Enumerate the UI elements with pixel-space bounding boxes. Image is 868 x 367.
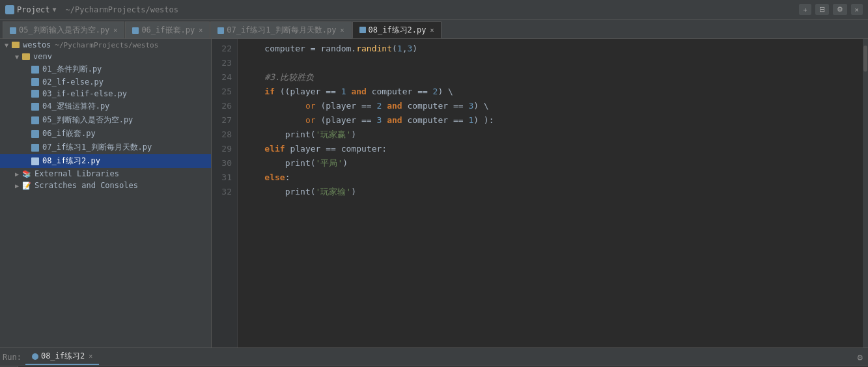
file7-icon [31, 144, 39, 152]
project-icon [5, 5, 14, 14]
tab-3[interactable]: 08_if练习2.py × [352, 21, 441, 38]
run-tab-label: 08_if练习2 [41, 351, 85, 362]
file6-icon [31, 130, 39, 138]
sidebar-item-file5[interactable]: 05_判断输入是否为空.py [0, 113, 211, 127]
file1-icon [31, 66, 39, 74]
bottom-panel: Run: 08_if练习2 × ⚙ ▶ ■ ▲ ▼ 📌 ↵ 🗑 /home/ki… [0, 347, 868, 367]
run-tab-icon [32, 353, 38, 360]
code-content[interactable]: computer = random.randint(1,3) #3.比较胜负 i… [238, 39, 868, 347]
tab-label-1: 06_if嵌套.py [141, 25, 195, 36]
scratches-icon: 📝 [22, 182, 31, 190]
file8-label: 08_if练习2.py [42, 156, 100, 167]
run-tabs: Run: 08_if练习2 × ⚙ [0, 348, 868, 366]
scratches-label: Scratches and Consoles [35, 181, 138, 190]
file5-icon [31, 116, 39, 124]
tab-close-0[interactable]: × [113, 27, 117, 34]
tab-2[interactable]: 07_if练习1_判断每月天数.py × [210, 21, 351, 38]
gear-btn[interactable]: ⚙ [833, 4, 847, 15]
title-bar: Project ▼ ~/PycharmProjects/westos + ⊟ ⚙… [0, 0, 868, 20]
code-line-30: print('平局') [244, 156, 861, 170]
sidebar-item-file7[interactable]: 07_if练习1_判断每月天数.py [0, 141, 211, 154]
title-bar-left: Project ▼ ~/PycharmProjects/westos [5, 5, 178, 14]
venv-folder-icon [22, 53, 30, 60]
code-line-24: #3.比较胜负 [244, 70, 861, 85]
code-line-26: or (player == 2 and computer == 3) \ [244, 99, 861, 113]
main-layout: ▼ westos ~/PycharmProjects/westos ▼ venv… [0, 39, 868, 347]
file6-label: 06_if嵌套.py [42, 128, 96, 139]
file8-icon [31, 157, 39, 165]
tab-close-2[interactable]: × [340, 27, 344, 34]
root-arrow: ▼ [3, 42, 10, 49]
code-line-32: print('玩家输') [244, 185, 861, 199]
venv-label: venv [33, 52, 52, 61]
code-line-27: or (player == 3 and computer == 1) ): [244, 113, 861, 128]
run-label: Run: [3, 353, 21, 362]
sidebar-item-venv[interactable]: ▼ venv [0, 51, 211, 62]
title-bar-actions: + ⊟ ⚙ × [799, 4, 863, 15]
tab-icon-2 [217, 27, 224, 34]
run-tab-close[interactable]: × [89, 353, 92, 360]
code-line-23 [244, 56, 861, 70]
line-numbers: 22 23 24 25 26 27 28 29 30 31 32 [212, 39, 238, 347]
tab-label-3: 08_if练习2.py [369, 25, 427, 36]
code-line-28: print('玩家赢') [244, 128, 861, 142]
split-btn[interactable]: ⊟ [815, 4, 829, 15]
project-path: ~/PycharmProjects/westos [66, 5, 178, 14]
editor-scrollbar-thumb [863, 46, 867, 72]
sidebar-item-file6[interactable]: 06_if嵌套.py [0, 127, 211, 141]
sidebar-item-file4[interactable]: 04_逻辑运算符.py [0, 100, 211, 113]
file4-label: 04_逻辑运算符.py [42, 101, 109, 112]
close-btn[interactable]: × [851, 4, 863, 15]
extlib-label: External Libraries [35, 169, 119, 178]
code-line-29: elif player == computer: [244, 142, 861, 156]
venv-arrow: ▼ [13, 53, 21, 61]
file1-label: 01_条件判断.py [42, 64, 102, 75]
sidebar-item-extlib[interactable]: ▶ 📚 External Libraries [0, 168, 211, 180]
add-btn[interactable]: + [799, 4, 811, 15]
sidebar-item-file8[interactable]: 08_if练习2.py [0, 154, 211, 168]
scratches-arrow: ▶ [13, 182, 21, 189]
file2-icon [31, 78, 39, 86]
tab-close-3[interactable]: × [430, 27, 434, 34]
file3-icon [31, 90, 39, 98]
sidebar-item-file3[interactable]: 03_if-elif-else.py [0, 88, 211, 100]
run-tab-active[interactable]: 08_if练习2 × [25, 349, 99, 365]
code-line-22: computer = random.randint(1,3) [244, 42, 861, 56]
code-line-25: if ((player == 1 and computer == 2) \ [244, 85, 861, 99]
code-line-31: else: [244, 170, 861, 185]
tab-close-1[interactable]: × [199, 27, 203, 34]
root-path: ~/PycharmProjects/westos [55, 41, 158, 49]
tab-icon-3 [359, 27, 366, 33]
editor-scrollbar[interactable] [863, 39, 868, 347]
editor-area: 22 23 24 25 26 27 28 29 30 31 32 compute… [212, 39, 868, 347]
sidebar-item-file1[interactable]: 01_条件判断.py [0, 62, 211, 76]
tab-icon-1 [132, 27, 139, 34]
sidebar: ▼ westos ~/PycharmProjects/westos ▼ venv… [0, 39, 212, 347]
project-label: Project [17, 5, 50, 14]
sidebar-item-file2[interactable]: 02_lf-else.py [0, 76, 211, 88]
tab-label-0: 05_判断输入是否为空.py [19, 25, 109, 36]
file4-icon [31, 103, 39, 111]
run-gear-icon[interactable]: ⚙ [858, 352, 863, 362]
sidebar-item-scratches[interactable]: ▶ 📝 Scratches and Consoles [0, 180, 211, 191]
extlib-icon: 📚 [22, 170, 31, 178]
tab-icon-0 [10, 27, 16, 34]
tab-0[interactable]: 05_判断输入是否为空.py × [3, 21, 124, 38]
extlib-arrow: ▶ [13, 170, 21, 178]
root-folder-icon [12, 42, 20, 48]
tab-label-2: 07_if练习1_判断每月天数.py [227, 25, 336, 36]
file2-label: 02_lf-else.py [42, 77, 104, 87]
root-label: westos [23, 40, 51, 49]
dropdown-icon: ▼ [53, 6, 57, 13]
sidebar-root[interactable]: ▼ westos ~/PycharmProjects/westos [0, 39, 211, 51]
code-container[interactable]: 22 23 24 25 26 27 28 29 30 31 32 compute… [212, 39, 868, 347]
tabs-bar: 05_判断输入是否为空.py × 06_if嵌套.py × 07_if练习1_判… [0, 20, 868, 39]
file3-label: 03_if-elif-else.py [42, 89, 127, 98]
tab-1[interactable]: 06_if嵌套.py × [125, 21, 210, 38]
file5-label: 05_判断输入是否为空.py [42, 115, 133, 126]
file7-label: 07_if练习1_判断每月天数.py [42, 142, 152, 153]
